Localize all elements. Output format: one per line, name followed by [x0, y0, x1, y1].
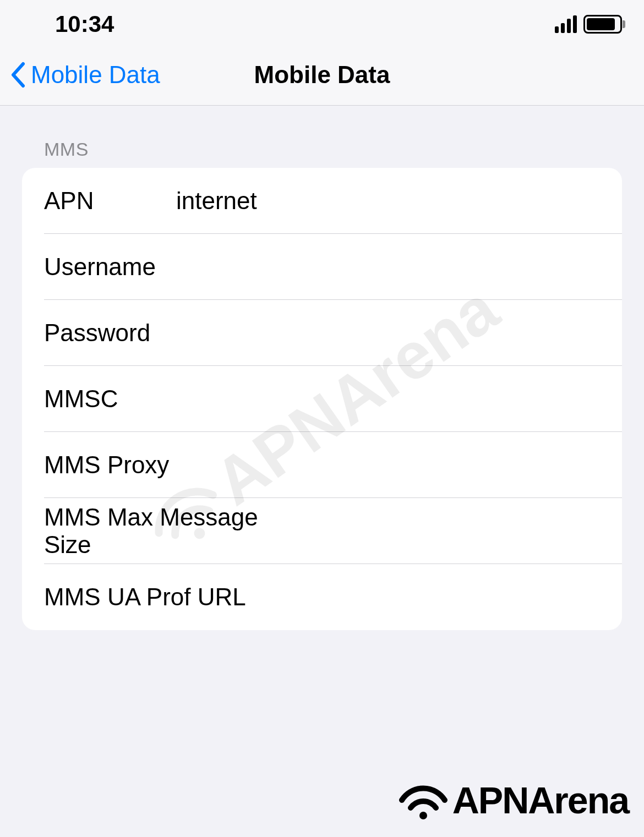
label-mms-ua-prof-url: MMS UA Prof URL: [44, 583, 246, 611]
row-mmsc[interactable]: MMSC: [22, 366, 622, 432]
label-password: Password: [44, 319, 176, 347]
input-mmsc[interactable]: [176, 385, 600, 413]
content-area: MMS APN Username Password MMSC MMS Proxy…: [0, 106, 644, 630]
input-apn[interactable]: [176, 187, 600, 215]
row-mms-proxy[interactable]: MMS Proxy: [22, 432, 622, 498]
settings-group-mms: APN Username Password MMSC MMS Proxy MMS…: [22, 168, 622, 630]
label-mms-max-message-size: MMS Max Message Size: [44, 504, 298, 559]
row-password[interactable]: Password: [22, 300, 622, 366]
svg-point-1: [419, 812, 427, 819]
navigation-bar: Mobile Data Mobile Data: [0, 44, 644, 106]
cellular-signal-icon: [555, 15, 577, 33]
wifi-icon: [399, 780, 448, 820]
battery-icon: [583, 15, 622, 34]
footer-logo-text: APNArena: [452, 779, 629, 822]
input-mms-proxy[interactable]: [176, 451, 600, 479]
footer-logo: APNArena: [399, 779, 629, 822]
back-label: Mobile Data: [31, 61, 160, 89]
page-title: Mobile Data: [254, 61, 390, 89]
input-mms-max-message-size[interactable]: [298, 517, 600, 545]
label-apn: APN: [44, 187, 176, 215]
back-button[interactable]: Mobile Data: [0, 61, 160, 89]
row-username[interactable]: Username: [22, 234, 622, 300]
label-mms-proxy: MMS Proxy: [44, 451, 176, 479]
status-time: 10:34: [55, 11, 114, 37]
input-password[interactable]: [176, 319, 600, 347]
row-mms-ua-prof-url[interactable]: MMS UA Prof URL: [22, 564, 622, 630]
chevron-left-icon: [10, 62, 26, 88]
section-header-mms: MMS: [22, 106, 622, 168]
row-apn[interactable]: APN: [22, 168, 622, 234]
input-mms-ua-prof-url[interactable]: [246, 583, 600, 611]
input-username[interactable]: [176, 253, 600, 281]
row-mms-max-message-size[interactable]: MMS Max Message Size: [22, 498, 622, 564]
status-indicators: [555, 15, 622, 34]
label-mmsc: MMSC: [44, 385, 176, 413]
status-bar: 10:34: [0, 0, 644, 44]
label-username: Username: [44, 253, 176, 281]
